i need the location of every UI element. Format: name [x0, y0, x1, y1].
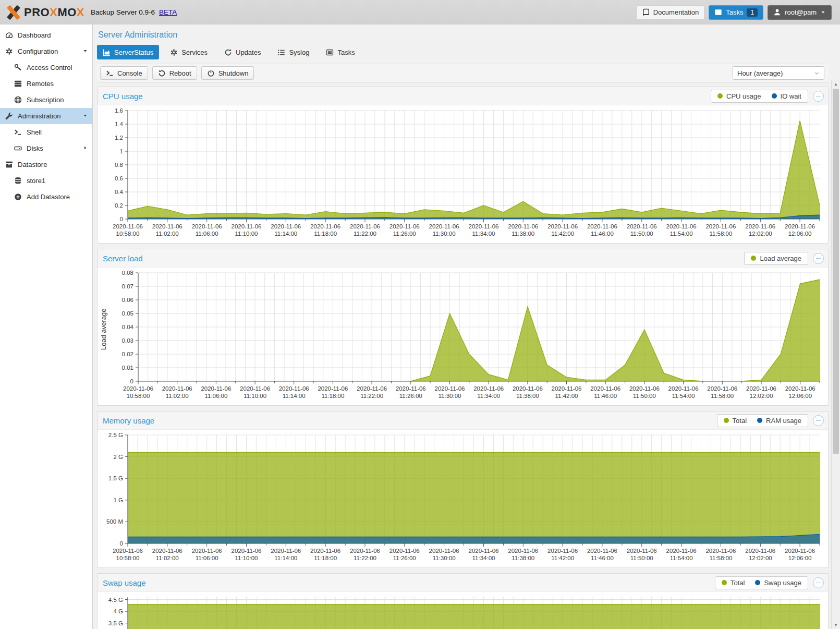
root-pam-button[interactable]: root@pam — [768, 5, 832, 20]
reboot-button[interactable]: Reboot — [152, 66, 197, 80]
button-label: Reboot — [169, 69, 191, 77]
svg-text:11:42:00: 11:42:00 — [551, 231, 574, 237]
svg-text:2020-11-06: 2020-11-06 — [785, 385, 815, 392]
svg-text:11:30:00: 11:30:00 — [439, 393, 461, 399]
key-icon — [14, 64, 22, 71]
legend-item-ram-usage[interactable]: RAM usage — [757, 417, 801, 425]
svg-text:2020-11-06: 2020-11-06 — [547, 223, 578, 229]
timeframe-select[interactable]: Hour (average) — [733, 66, 824, 80]
legend-dot — [751, 256, 756, 261]
tab-label: Syslog — [289, 49, 309, 56]
gears-icon — [5, 47, 13, 55]
sidebar-item-configuration[interactable]: Configuration — [0, 43, 92, 59]
scroll-down-arrow[interactable]: ▼ — [832, 623, 840, 627]
svg-text:2020-11-06: 2020-11-06 — [113, 548, 143, 554]
svg-text:2020-11-06: 2020-11-06 — [389, 223, 420, 229]
proxmox-x-icon — [5, 4, 22, 21]
shutdown-button[interactable]: Shutdown — [201, 66, 254, 80]
sidebar-item-datastore[interactable]: Datastore — [0, 156, 92, 173]
caret-down-icon — [82, 113, 88, 118]
svg-text:11:42:00: 11:42:00 — [551, 555, 574, 561]
legend-item-cpu-usage[interactable]: CPU usage — [717, 92, 761, 100]
collapse-panel-button[interactable] — [813, 253, 824, 264]
svg-text:500 M: 500 M — [106, 518, 123, 525]
svg-text:11:46:00: 11:46:00 — [591, 231, 614, 237]
svg-text:11:58:00: 11:58:00 — [711, 393, 734, 399]
svg-text:0.4: 0.4 — [115, 189, 124, 195]
sidebar-item-shell[interactable]: Shell — [0, 124, 92, 140]
chart-legend: TotalSwap usage — [715, 576, 808, 589]
sidebar-item-disks[interactable]: Disks — [0, 140, 92, 156]
tasks-button[interactable]: Tasks1 — [709, 5, 763, 20]
svg-text:2020-11-06: 2020-11-06 — [469, 548, 499, 554]
legend-item-io-wait[interactable]: IO wait — [772, 92, 801, 100]
book-icon — [642, 8, 650, 16]
svg-text:11:50:00: 11:50:00 — [633, 393, 656, 399]
timeframe-value: Hour (average) — [737, 69, 783, 77]
tab-tasks[interactable]: Tasks — [320, 45, 360, 59]
collapse-panel-button[interactable] — [813, 415, 824, 426]
legend-item-load-average[interactable]: Load average — [751, 255, 801, 262]
svg-text:11:38:00: 11:38:00 — [512, 231, 534, 237]
sidebar-item-add-datastore[interactable]: Add Datastore — [0, 189, 92, 205]
vertical-scrollbar[interactable]: ▲ ▼ — [831, 80, 840, 629]
sidebar-item-subscription[interactable]: Subscription — [0, 92, 92, 108]
svg-text:2020-11-06: 2020-11-06 — [232, 548, 262, 554]
tab-bar: ServerStatusServicesUpdatesSyslogTasks — [97, 44, 840, 59]
svg-text:0.06: 0.06 — [122, 297, 133, 303]
svg-text:11:42:00: 11:42:00 — [555, 393, 578, 399]
caret-down-icon — [820, 9, 826, 15]
svg-text:12:06:00: 12:06:00 — [788, 555, 812, 561]
legend-dot — [717, 93, 723, 99]
sidebar-item-access-control[interactable]: Access Control — [0, 59, 92, 76]
svg-text:0: 0 — [130, 378, 133, 384]
svg-text:10:58:00: 10:58:00 — [127, 393, 150, 399]
plus-circle-icon — [14, 193, 22, 201]
svg-text:11:46:00: 11:46:00 — [591, 555, 614, 561]
tab-serverstatus[interactable]: ServerStatus — [97, 45, 159, 59]
collapse-panel-button[interactable] — [813, 577, 824, 588]
svg-text:11:02:00: 11:02:00 — [156, 231, 179, 237]
svg-text:2020-11-06: 2020-11-06 — [590, 385, 620, 392]
legend-item-total[interactable]: Total — [724, 417, 747, 425]
beta-link[interactable]: BETA — [159, 8, 177, 16]
scrollbar-thumb[interactable] — [833, 89, 839, 454]
svg-text:4.5 G: 4.5 G — [108, 597, 123, 603]
svg-text:2020-11-06: 2020-11-06 — [350, 223, 380, 229]
tab-services[interactable]: Services — [164, 45, 213, 59]
sidebar-item-dashboard[interactable]: Dashboard — [0, 27, 92, 43]
svg-text:0: 0 — [120, 216, 123, 222]
legend-dot — [772, 93, 777, 99]
sidebar-item-remotes[interactable]: Remotes — [0, 76, 92, 92]
panel-header: Server loadLoad average — [98, 249, 828, 268]
svg-text:2020-11-06: 2020-11-06 — [627, 548, 657, 554]
scroll-up-arrow[interactable]: ▲ — [832, 82, 840, 87]
svg-text:2020-11-06: 2020-11-06 — [785, 548, 815, 554]
svg-text:2020-11-06: 2020-11-06 — [705, 223, 736, 229]
svg-text:2020-11-06: 2020-11-06 — [627, 223, 657, 229]
tachometer-icon — [5, 31, 13, 39]
tasks-icon — [714, 8, 722, 16]
sidebar-item-administration[interactable]: Administration — [0, 108, 92, 124]
documentation-button[interactable]: Documentation — [636, 5, 704, 20]
panel-swap-usage: Swap usageTotalSwap usage0500 M1 G1.5 G2… — [97, 573, 829, 629]
sidebar-item-label: Subscription — [27, 96, 88, 104]
sidebar-item-store1[interactable]: store1 — [0, 173, 92, 189]
svg-text:2020-11-06: 2020-11-06 — [668, 385, 699, 392]
svg-text:11:22:00: 11:22:00 — [354, 555, 376, 561]
server-load-chart: 00.010.020.030.040.050.060.070.082020-11… — [108, 269, 826, 404]
legend-item-swap-usage[interactable]: Swap usage — [755, 579, 801, 587]
legend-item-total[interactable]: Total — [722, 579, 745, 587]
svg-text:2 G: 2 G — [113, 454, 123, 460]
panel-memory-usage: Memory usageTotalRAM usage0500 M1 G1.5 G… — [97, 411, 829, 568]
tab-updates[interactable]: Updates — [218, 45, 266, 59]
remotes-icon — [14, 80, 22, 88]
refresh-icon — [224, 49, 232, 56]
console-button[interactable]: Console — [100, 66, 148, 80]
svg-text:2020-11-06: 2020-11-06 — [271, 223, 301, 229]
user-icon — [773, 8, 781, 16]
tab-syslog[interactable]: Syslog — [272, 45, 315, 59]
caret-down-icon — [82, 48, 88, 54]
collapse-panel-button[interactable] — [813, 91, 824, 102]
svg-text:11:58:00: 11:58:00 — [709, 231, 732, 237]
